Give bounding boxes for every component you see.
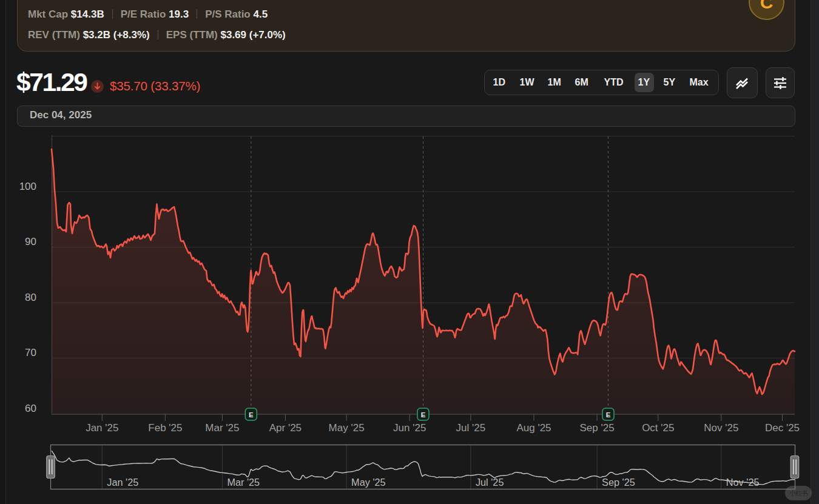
svg-text:60: 60 — [25, 403, 36, 414]
svg-text:Jan '25: Jan '25 — [107, 477, 138, 488]
svg-text:Feb '25: Feb '25 — [148, 422, 182, 434]
svg-text:Oct '25: Oct '25 — [642, 422, 674, 434]
svg-text:May '25: May '25 — [351, 477, 386, 488]
svg-text:Jul '25: Jul '25 — [456, 422, 486, 434]
svg-text:E: E — [249, 411, 254, 418]
svg-text:May '25: May '25 — [329, 422, 365, 434]
svg-text:90: 90 — [25, 236, 36, 247]
svg-text:Mar '25: Mar '25 — [205, 422, 239, 434]
svg-text:Jan '25: Jan '25 — [86, 422, 118, 434]
svg-text:Dec '25: Dec '25 — [765, 422, 800, 434]
svg-text:70: 70 — [25, 347, 36, 358]
svg-text:Mar '25: Mar '25 — [227, 477, 260, 488]
svg-text:Sep '25: Sep '25 — [602, 477, 635, 488]
svg-text:80: 80 — [25, 292, 36, 303]
svg-text:Apr '25: Apr '25 — [269, 422, 302, 434]
svg-text:E: E — [606, 411, 611, 418]
svg-text:Aug '25: Aug '25 — [516, 422, 551, 434]
svg-text:Jun '25: Jun '25 — [393, 422, 426, 434]
svg-text:E: E — [421, 411, 426, 418]
svg-text:Jul '25: Jul '25 — [476, 477, 504, 488]
svg-text:Sep '25: Sep '25 — [580, 422, 615, 434]
svg-text:100: 100 — [19, 181, 36, 192]
svg-text:Nov '25: Nov '25 — [704, 422, 738, 434]
